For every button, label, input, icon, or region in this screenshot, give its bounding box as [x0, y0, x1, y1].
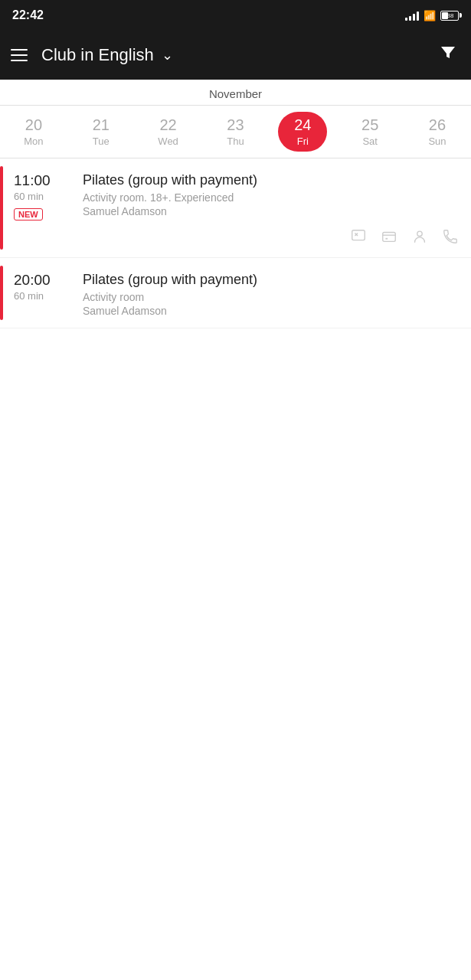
day-item-fri[interactable]: 24 Fri — [278, 112, 327, 152]
event-actions-1 — [83, 227, 460, 247]
day-number-24: 24 — [294, 116, 311, 134]
day-name-wed: Wed — [158, 136, 178, 147]
filter-icon — [439, 44, 457, 62]
event-item-1[interactable]: 11:00 60 min NEW Pilates (group with pay… — [0, 158, 471, 258]
day-item-sat[interactable]: 25 Sat — [345, 112, 394, 152]
day-item-tue[interactable]: 21 Tue — [77, 112, 126, 152]
signal-icon — [405, 10, 419, 21]
day-name-sat: Sat — [362, 136, 378, 147]
svg-rect-0 — [352, 230, 365, 240]
event-instructor-2: Samuel Adamson — [83, 305, 460, 317]
day-number-23: 23 — [227, 116, 244, 134]
app-header: Club in English ⌄ — [0, 31, 471, 80]
event-details-1: Pilates (group with payment) Activity ro… — [83, 172, 460, 247]
event-time-1: 11:00 — [14, 172, 51, 189]
month-label: November — [0, 80, 471, 106]
day-item-mon[interactable]: 20 Mon — [9, 112, 58, 152]
dropdown-arrow-icon[interactable]: ⌄ — [162, 47, 173, 64]
phone-icon[interactable] — [440, 227, 460, 247]
cancel-icon-svg — [350, 228, 367, 245]
status-time: 22:42 — [12, 8, 44, 22]
day-selector: 20 Mon 21 Tue 22 Wed 23 Thu 24 Fri 25 Sa… — [0, 106, 471, 158]
header-title-area: Club in English ⌄ — [41, 45, 436, 65]
event-time-2: 20:00 — [14, 272, 51, 289]
day-name-mon: Mon — [24, 136, 43, 147]
day-name-thu: Thu — [227, 136, 244, 147]
event-location-2: Activity room — [83, 291, 460, 303]
event-bar-2 — [0, 266, 3, 320]
svg-point-6 — [417, 231, 422, 236]
day-item-wed[interactable]: 22 Wed — [144, 112, 193, 152]
day-number-26: 26 — [429, 116, 446, 134]
svg-rect-3 — [383, 233, 396, 242]
day-number-25: 25 — [361, 116, 378, 134]
day-item-thu[interactable]: 23 Thu — [211, 112, 260, 152]
time-col-1: 11:00 60 min NEW — [14, 172, 83, 247]
battery-icon: 38 — [440, 11, 459, 21]
wifi-icon: 📶 — [424, 10, 436, 21]
day-item-sun[interactable]: 26 Sun — [413, 112, 462, 152]
payment-icon[interactable] — [379, 227, 399, 247]
event-title-1: Pilates (group with payment) — [83, 172, 460, 188]
event-duration-2: 60 min — [14, 290, 44, 302]
time-col-2: 20:00 60 min — [14, 272, 83, 317]
event-item-2[interactable]: 20:00 60 min Pilates (group with payment… — [0, 258, 471, 328]
day-name-sun: Sun — [428, 136, 446, 147]
day-number-22: 22 — [159, 116, 176, 134]
status-bar: 22:42 📶 38 — [0, 0, 471, 31]
day-number-21: 21 — [93, 116, 110, 134]
event-details-2: Pilates (group with payment) Activity ro… — [83, 272, 460, 317]
filter-button[interactable] — [436, 41, 460, 70]
payment-icon-svg — [381, 228, 397, 245]
day-number-20: 20 — [25, 116, 42, 134]
header-title: Club in English — [41, 45, 154, 65]
event-location-1: Activity room. 18+. Experienced — [83, 191, 460, 204]
new-badge-1: NEW — [14, 208, 43, 220]
event-title-2: Pilates (group with payment) — [83, 272, 460, 288]
schedule-list: 11:00 60 min NEW Pilates (group with pay… — [0, 158, 471, 328]
status-icons: 📶 38 — [405, 10, 459, 21]
star-icon[interactable] — [410, 227, 430, 247]
cancel-icon[interactable] — [348, 227, 368, 247]
day-name-fri: Fri — [297, 136, 309, 147]
day-name-tue: Tue — [93, 136, 110, 147]
hamburger-menu-button[interactable] — [11, 49, 28, 61]
phone-icon-svg — [442, 228, 459, 245]
event-instructor-1: Samuel Adamson — [83, 205, 460, 217]
event-duration-1: 60 min — [14, 191, 44, 202]
star-icon-svg — [411, 228, 428, 245]
event-bar-1 — [0, 166, 3, 250]
